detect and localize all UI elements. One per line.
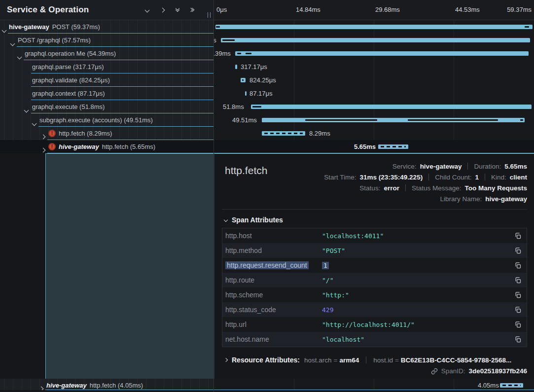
chevron-right-icon[interactable]: [41, 132, 45, 140]
copy-value-button[interactable]: [511, 306, 522, 314]
chevron-down-icon[interactable]: [11, 38, 14, 47]
tree-header: Service & Operation: [0, 0, 214, 20]
attribute-value[interactable]: 1: [322, 262, 511, 269]
double-chevron-right-icon[interactable]: [190, 7, 195, 12]
span-tree-row[interactable]: hive-gatewayhttp.fetch (4.05ms): [0, 379, 214, 392]
span-bar[interactable]: [378, 144, 408, 149]
span-id-label: SpanID:: [441, 367, 465, 375]
span-row-selected: ! hive-gatewayhttp.fetch (5.65ms) 5.65ms: [0, 140, 534, 153]
bar-duration-label: 54.39ms: [214, 47, 231, 60]
span-label: graphql.parse (317.17μs): [32, 60, 104, 73]
span-tree-row[interactable]: subgraph.execute (accounts) (49.51ms): [0, 113, 214, 127]
error-icon: !: [48, 130, 56, 137]
attribute-value[interactable]: "http:": [322, 291, 511, 299]
span-label: graphql.validate (824.25μs): [32, 73, 110, 87]
span-tree-row[interactable]: POST /graphql (57.57ms): [0, 34, 214, 47]
span-tree-row[interactable]: ! hive-gatewayhttp.fetch (5.65ms): [0, 140, 214, 153]
copy-value-button[interactable]: [511, 321, 522, 328]
copy-icon: [514, 306, 522, 314]
status-message-label: Status Message:: [412, 184, 462, 192]
attribute-row: http.method "POST": [222, 243, 527, 258]
attribute-row: http.status_code 429: [222, 302, 527, 317]
detail-title: http.fetch: [225, 165, 267, 177]
span-bar-row: 51.8ms: [214, 100, 534, 113]
attribute-key[interactable]: http.status_code: [225, 306, 322, 314]
attribute-key[interactable]: net.host.name: [225, 335, 322, 343]
panel-resize-handle[interactable]: [208, 12, 211, 18]
span-bar[interactable]: [262, 131, 305, 136]
span-row: graphql.execute (51.8ms) 51.8ms: [0, 100, 534, 113]
span-bar[interactable]: [221, 38, 530, 42]
copy-icon: [514, 232, 522, 240]
copy-value-button[interactable]: [511, 291, 522, 299]
span-bar[interactable]: [235, 65, 237, 69]
copy-value-button[interactable]: [511, 262, 522, 269]
span-bar[interactable]: [245, 91, 247, 96]
detail-meta: Service: hive-gateway Duration: 5.65ms S…: [324, 161, 527, 204]
attribute-key[interactable]: http.host: [225, 232, 322, 240]
attribute-key[interactable]: http.method: [225, 247, 322, 254]
span-bar[interactable]: [500, 383, 523, 388]
attribute-key[interactable]: http.scheme: [225, 291, 322, 299]
attribute-key[interactable]: http.route: [225, 276, 322, 284]
attribute-value[interactable]: "localhost:4011": [322, 232, 511, 240]
span-tree-row[interactable]: graphql.execute (51.8ms): [0, 100, 214, 113]
bar-duration-label: 57.57ms: [214, 34, 216, 47]
chevron-right-icon[interactable]: [160, 7, 165, 13]
highlighted-key: http.request.resend_count: [225, 261, 309, 269]
bar-duration-label: 5.65ms: [354, 140, 376, 153]
span-detail-panel: http.fetch Service: hive-gateway Duratio…: [214, 153, 534, 379]
attribute-value[interactable]: "http://localhost:4011/": [322, 321, 511, 328]
status-label: Status:: [359, 184, 380, 192]
resource-attributes-row[interactable]: Resource Attributes: host.arch=arm64 hos…: [222, 353, 527, 364]
chevron-down-icon[interactable]: [33, 118, 36, 127]
chevron-down-icon[interactable]: [2, 25, 6, 34]
detail-expansion-area: [45, 153, 214, 379]
copy-value-button[interactable]: [511, 232, 522, 240]
span-bar-row: 57.57ms: [214, 34, 534, 47]
span-bar[interactable]: [262, 118, 525, 122]
attribute-value[interactable]: "POST": [322, 247, 511, 254]
chevron-down-icon[interactable]: [25, 105, 28, 113]
span-bar[interactable]: [235, 51, 529, 56]
double-chevron-down-icon[interactable]: [175, 7, 180, 12]
span-row: hive-gatewayhttp.fetch (4.05ms) 4.05ms: [0, 379, 534, 392]
copy-icon: [514, 291, 522, 299]
attribute-key[interactable]: http.request.resend_count: [225, 261, 322, 269]
chevron-down-icon[interactable]: [144, 7, 150, 13]
attribute-value[interactable]: "localhost": [322, 336, 511, 343]
attribute-key[interactable]: http.url: [225, 321, 322, 328]
copy-value-button[interactable]: [511, 277, 522, 284]
span-tree-row[interactable]: graphql.parse (317.17μs): [0, 60, 214, 73]
chevron-down-icon[interactable]: [18, 52, 21, 60]
detail-left-spacer: [0, 153, 214, 379]
span-tree-row[interactable]: graphql.operation Me (54.39ms): [0, 47, 214, 60]
span-bar[interactable]: [241, 78, 246, 82]
span-bar[interactable]: [215, 25, 533, 29]
span-bar-row: 317.17μs: [214, 60, 534, 73]
copy-value-button[interactable]: [511, 336, 522, 343]
span-tree-row[interactable]: graphql.validate (824.25μs): [0, 73, 214, 87]
span-tree-row[interactable]: graphql.context (87.17μs): [0, 87, 214, 100]
attribute-value[interactable]: "/": [322, 277, 511, 284]
span-tree-row[interactable]: hive-gatewayPOST (59.37ms): [0, 20, 214, 34]
child-count-value: 1: [475, 174, 479, 181]
link-icon[interactable]: [431, 368, 438, 375]
span-id-value[interactable]: 3de02518937fb246: [468, 367, 527, 375]
span-tree-row[interactable]: ! http.fetch (8.29ms): [0, 127, 214, 140]
span-bar-row: 824.25μs: [214, 73, 534, 87]
attribute-value[interactable]: 429: [322, 306, 511, 314]
chevron-right-icon[interactable]: [41, 145, 45, 153]
span-bar-row: 8.29ms: [214, 127, 534, 140]
status-value: error: [384, 184, 399, 192]
copy-value-button[interactable]: [511, 247, 522, 254]
span-row: graphql.parse (317.17μs) 317.17μs: [0, 60, 534, 73]
copy-icon: [514, 262, 522, 269]
span-attributes-toggle[interactable]: Span Attributes: [224, 216, 527, 224]
error-icon: !: [48, 143, 56, 150]
span-label: http.fetch (5.65ms): [102, 140, 155, 153]
resource-value: BC62E13B-C4CC-5854-9788-2568...: [401, 356, 511, 364]
bar-duration-label: 824.25μs: [249, 73, 276, 87]
axis-tick: 14.84ms: [296, 0, 320, 20]
span-bar[interactable]: [251, 105, 532, 109]
